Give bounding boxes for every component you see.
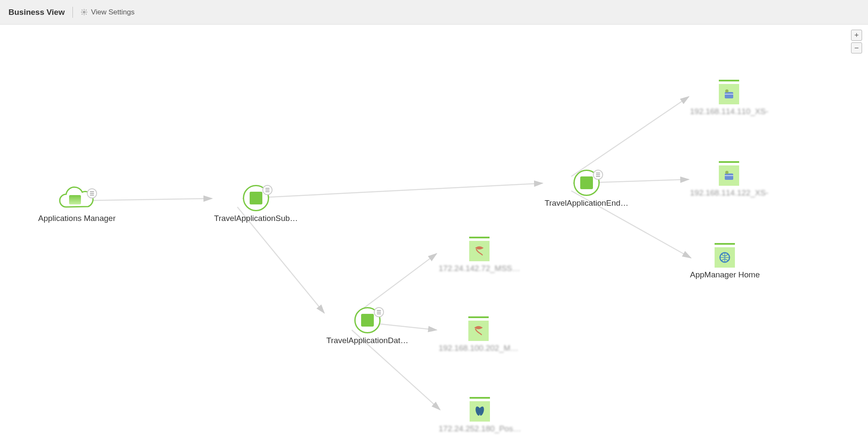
view-settings-link[interactable]: View Settings [81, 8, 135, 17]
web-leaf-icon [715, 243, 735, 268]
canvas[interactable]: + − Applications Manager [0, 25, 868, 436]
hardware-icon [723, 88, 735, 101]
svg-rect-10 [725, 92, 733, 98]
view-title: Business View [8, 8, 65, 17]
node-label: AppManager Home [690, 270, 760, 279]
server-group-icon [573, 170, 600, 196]
node-label: TravelApplicationEnd… [545, 198, 629, 208]
svg-point-11 [726, 89, 729, 93]
server-group-icon [354, 307, 381, 333]
server-leaf-icon [719, 80, 739, 104]
node-xs1[interactable]: 192.168.114.110_XS- [690, 80, 768, 116]
node-label: 192.168.100.202_M… [439, 344, 518, 353]
node-m2[interactable]: 192.168.100.202_M… [439, 316, 518, 353]
svg-point-0 [83, 11, 85, 13]
node-pos[interactable]: 172.24.252.180_Pos… [439, 397, 521, 433]
node-label: 172.24.252.180_Pos… [439, 424, 521, 433]
node-mss[interactable]: 172.24.142.72_MSS… [439, 237, 520, 273]
menu-badge-icon[interactable] [374, 307, 384, 317]
svg-point-13 [726, 171, 729, 174]
node-label: Applications Manager [38, 214, 116, 223]
node-label: 172.24.142.72_MSS… [439, 264, 520, 273]
gear-icon [81, 8, 88, 16]
mssql-icon [472, 324, 485, 337]
zoom-controls: + − [851, 30, 862, 53]
node-appmanager-home[interactable]: AppManager Home [690, 243, 760, 279]
zoom-in-button[interactable]: + [851, 30, 862, 41]
node-travel-sub[interactable]: TravelApplicationSub… [214, 185, 298, 223]
svg-line-4 [571, 97, 689, 176]
svg-line-7 [356, 254, 437, 314]
hardware-icon [723, 169, 735, 182]
menu-badge-icon[interactable] [262, 185, 273, 195]
mssql-icon [473, 245, 486, 257]
postgres-icon [473, 405, 486, 418]
zoom-out-button[interactable]: − [851, 42, 862, 53]
database-leaf-icon [468, 316, 489, 341]
node-xs2[interactable]: 192.168.114.122_XS- [690, 161, 768, 198]
divider [72, 7, 73, 18]
node-travel-end[interactable]: TravelApplicationEnd… [545, 170, 629, 208]
cloud-icon [56, 186, 98, 211]
node-label: 192.168.114.122_XS- [690, 188, 768, 198]
node-label: TravelApplicationSub… [214, 214, 298, 223]
node-label: TravelApplicationDat… [326, 336, 409, 345]
globe-icon [718, 251, 731, 264]
server-leaf-icon [719, 161, 739, 186]
node-applications-manager[interactable]: Applications Manager [38, 186, 116, 223]
database-leaf-icon [469, 237, 490, 261]
svg-rect-12 [725, 173, 733, 180]
toolbar: Business View View Settings [0, 0, 868, 25]
node-label: 192.168.114.110_XS- [690, 107, 768, 116]
view-settings-label: View Settings [91, 8, 135, 17]
database-leaf-icon [470, 397, 490, 422]
menu-badge-icon[interactable] [593, 170, 603, 180]
server-group-icon [243, 185, 269, 211]
node-travel-dat[interactable]: TravelApplicationDat… [326, 307, 409, 345]
